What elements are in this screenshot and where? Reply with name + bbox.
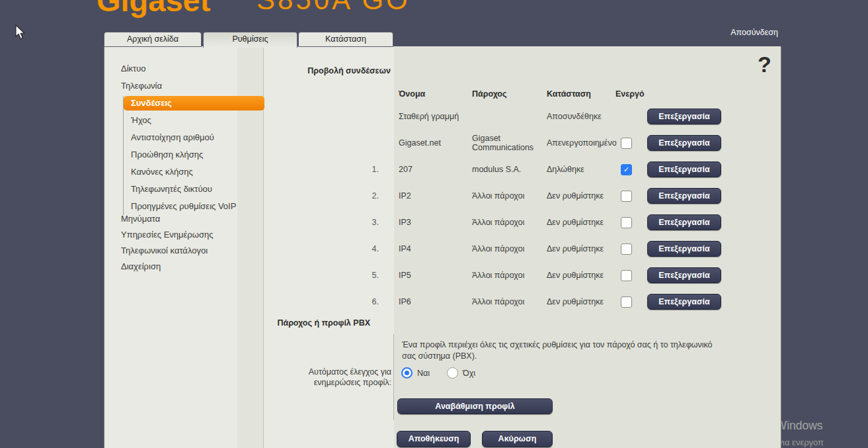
row-number: 6. xyxy=(355,297,381,306)
table-row-ip1: 1. 207 modulus S.A. Δηλώθηκε Επεξεργασία xyxy=(355,156,720,183)
sidebar-item-info-services[interactable]: Υπηρεσίες Ενημέρωσης xyxy=(104,227,264,243)
table-row-ip3: 3. IP3 Άλλοι πάροχοι Δεν ρυθμίστηκε Επεξ… xyxy=(355,209,720,236)
connection-status: Απενεργοποιημένο xyxy=(547,138,615,148)
edit-button[interactable]: Επεξεργασία xyxy=(647,214,721,230)
section-label-provider-pbx-profile: Πάροχος ή προφίλ PBX xyxy=(264,318,370,328)
radio-no-icon[interactable] xyxy=(447,367,458,379)
active-checkbox[interactable] xyxy=(621,296,632,308)
row-number: 2. xyxy=(355,191,381,201)
tab-home[interactable]: Αρχική σελίδα xyxy=(104,32,202,47)
sidebar-item-connections[interactable]: Συνδέσεις xyxy=(124,96,264,111)
auto-check-radio-group: Ναι Όχι xyxy=(401,367,475,379)
sidebar-item-telephony[interactable]: Τηλεφωνία xyxy=(104,77,264,95)
row-number: 3. xyxy=(355,218,381,227)
connection-status: Δεν ρυθμίστηκε xyxy=(547,271,615,280)
tab-settings[interactable]: Ρυθμίσεις xyxy=(203,32,297,48)
radio-yes-label: Ναι xyxy=(417,369,430,378)
active-checkbox[interactable] xyxy=(621,244,632,255)
radio-option-yes[interactable]: Ναι xyxy=(401,367,430,379)
col-header-status: Κατάσταση xyxy=(547,89,615,99)
connection-status: Δηλώθηκε xyxy=(547,165,615,174)
connection-name: IP5 xyxy=(381,271,472,280)
connection-provider: modulus S.A. xyxy=(472,165,547,174)
radio-option-no[interactable]: Όχι xyxy=(447,367,475,379)
connection-provider: Άλλοι πάροχοι xyxy=(472,244,547,253)
auto-check-label-line1: Αυτόματος έλεγχος για xyxy=(264,367,391,377)
pbx-profile-description: Ένα προφίλ περιέχει όλες τις σχετικές ρυ… xyxy=(402,339,727,361)
connection-provider: Άλλοι πάροχοι xyxy=(472,218,547,227)
table-row-gigaset-net: Gigaset.net Gigaset Communications Απενε… xyxy=(355,130,720,156)
auto-check-label-line2: ενημερώσεις προφίλ: xyxy=(264,377,391,388)
connection-provider: Άλλοι πάροχοι xyxy=(472,191,547,201)
edit-button[interactable]: Επεξεργασία xyxy=(647,161,721,177)
table-row-fixed-line: Σταθερή γραμμή Αποσυνδέθηκε Επεξεργασία xyxy=(355,103,720,130)
radio-yes-icon[interactable] xyxy=(401,367,413,379)
section-label-connections-overview: Προβολή συνδέσεων xyxy=(264,66,391,75)
connection-status: Αποσυνδέθηκε xyxy=(547,112,615,121)
tab-status[interactable]: Κατάσταση xyxy=(298,32,393,47)
col-header-name: Όνομα xyxy=(381,89,472,99)
connection-status: Δεν ρυθμίστηκε xyxy=(547,244,615,253)
profile-upgrade-button[interactable]: Αναβάθμιση προφίλ xyxy=(397,398,553,414)
edit-button[interactable]: Επεξεργασία xyxy=(647,109,721,124)
edit-button[interactable]: Επεξεργασία xyxy=(647,135,721,151)
edit-button[interactable]: Επεξεργασία xyxy=(647,241,721,257)
connection-status: Δεν ρυθμίστηκε xyxy=(547,191,615,201)
sidebar-item-audio[interactable]: Ήχος xyxy=(124,112,264,129)
sidebar-item-management[interactable]: Διαχείριση xyxy=(104,259,264,275)
sidebar-item-network[interactable]: Δίκτυο xyxy=(104,60,264,77)
active-checkbox[interactable] xyxy=(621,217,632,228)
connection-name: 207 xyxy=(381,165,472,174)
active-checkbox[interactable] xyxy=(621,138,632,149)
connection-provider: Gigaset Communications xyxy=(472,134,547,153)
save-button[interactable]: Αποθήκευση xyxy=(397,431,471,447)
logout-link[interactable]: Αποσύνδεση xyxy=(674,28,778,37)
connections-table: Όνομα Πάροχος Κατάσταση Ενεργό Σταθερή γ… xyxy=(355,85,720,315)
connection-status: Δεν ρυθμίστηκε xyxy=(547,218,615,227)
content-panel: ? Δίκτυο Τηλεφωνία Συνδέσεις Ήχος Αντιστ… xyxy=(104,46,781,448)
connection-name: IP3 xyxy=(381,218,472,227)
connection-provider: Άλλοι πάροχοι xyxy=(472,271,547,280)
cancel-button[interactable]: Ακύρωση xyxy=(482,431,553,447)
connection-status: Δεν ρυθμίστηκε xyxy=(547,297,615,306)
connection-name: Σταθερή γραμμή xyxy=(381,112,472,121)
gigaset-admin-screen: Gigaset S850A GO Αποσύνδεση Αρχική σελίδ… xyxy=(0,0,868,448)
label-divider-line xyxy=(393,334,394,420)
active-checkbox[interactable] xyxy=(621,270,632,281)
table-row-ip2: 2. IP2 Άλλοι πάροχοι Δεν ρυθμίστηκε Επεξ… xyxy=(355,183,720,209)
gigaset-logo: Gigaset xyxy=(97,0,210,19)
sidebar-nav: Δίκτυο Τηλεφωνία Συνδέσεις Ήχος Αντιστοί… xyxy=(104,60,264,275)
row-number: 1. xyxy=(355,165,381,174)
sidebar-bottom-group: Μηνύματα Υπηρεσίες Ενημέρωσης Τηλεφωνικο… xyxy=(104,211,264,275)
mouse-cursor xyxy=(15,24,27,40)
edit-button[interactable]: Επεξεργασία xyxy=(647,188,721,204)
sidebar-item-network-mailboxes[interactable]: Τηλεφωνητές δικτύου xyxy=(124,181,264,198)
connection-name: Gigaset.net xyxy=(381,138,472,148)
active-checkbox[interactable] xyxy=(621,164,632,175)
sidebar-item-number-assignment[interactable]: Αντιστοίχηση αριθμού xyxy=(124,129,264,146)
connection-provider: Άλλοι πάροχοι xyxy=(472,297,547,306)
col-header-active: Ενεργό xyxy=(615,89,647,99)
active-checkbox[interactable] xyxy=(621,191,632,202)
table-row-ip6: 6. IP6 Άλλοι πάροχοι Δεν ρυθμίστηκε Επεξ… xyxy=(355,289,720,315)
sidebar-telephony-group: Συνδέσεις Ήχος Αντιστοίχηση αριθμού Προώ… xyxy=(123,96,264,215)
help-icon[interactable]: ? xyxy=(758,52,771,77)
edit-button[interactable]: Επεξεργασία xyxy=(647,294,721,310)
table-row-ip5: 5. IP5 Άλλοι πάροχοι Δεν ρυθμίστηκε Επεξ… xyxy=(355,262,720,289)
table-row-ip4: 4. IP4 Άλλοι πάροχοι Δεν ρυθμίστηκε Επεξ… xyxy=(355,236,720,262)
device-model-label: S850A GO xyxy=(256,0,411,16)
connection-name: IP6 xyxy=(381,297,472,306)
sidebar-item-directories[interactable]: Τηλεφωνικοί κατάλογοι xyxy=(104,243,264,259)
sidebar-item-call-forwarding[interactable]: Προώθηση κλήσης xyxy=(124,146,264,163)
row-number: 4. xyxy=(355,244,381,253)
row-number: 5. xyxy=(355,271,381,280)
connection-name: IP4 xyxy=(381,244,472,253)
auto-check-label: Αυτόματος έλεγχος για ενημερώσεις προφίλ… xyxy=(264,367,391,388)
connection-name: IP2 xyxy=(381,191,472,201)
table-header-row: Όνομα Πάροχος Κατάσταση Ενεργό xyxy=(355,85,720,103)
edit-button[interactable]: Επεξεργασία xyxy=(647,267,721,283)
col-header-provider: Πάροχος xyxy=(472,89,547,99)
radio-no-label: Όχι xyxy=(463,369,475,378)
sidebar-item-dialling-plans[interactable]: Κανόνες κλήσης xyxy=(124,163,264,181)
